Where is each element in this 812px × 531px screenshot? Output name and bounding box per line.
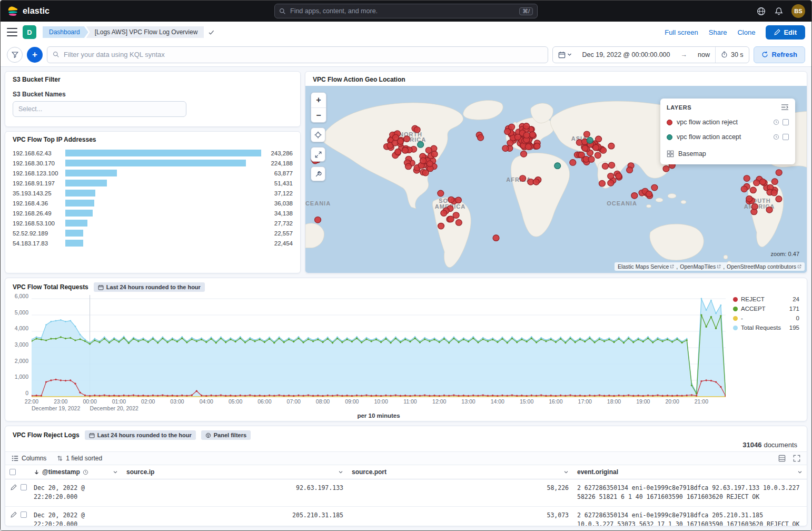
sort-fields-button[interactable]: 1 field sorted xyxy=(57,455,102,462)
map-dot-reject[interactable] xyxy=(776,196,782,202)
select-all-checkbox[interactable] xyxy=(9,469,16,475)
map-dot-reject[interactable] xyxy=(427,161,433,167)
layer-item-accept[interactable]: vpc flow action accept xyxy=(660,130,795,144)
map-dot-reject[interactable] xyxy=(425,147,432,153)
space-badge[interactable]: D xyxy=(23,25,36,39)
ip-bar[interactable] xyxy=(65,180,107,186)
legend-item[interactable]: -0 xyxy=(733,315,799,321)
map-dot-reject[interactable] xyxy=(493,235,499,241)
clone-link[interactable]: Clone xyxy=(737,28,755,36)
map-dot-reject[interactable] xyxy=(646,191,652,197)
map-dot-reject[interactable] xyxy=(315,217,321,223)
global-search-input[interactable]: Find apps, content, and more. ⌘/ xyxy=(274,4,538,18)
map-dot-reject[interactable] xyxy=(593,144,599,151)
map-dot-reject[interactable] xyxy=(534,143,540,150)
map-dot-reject[interactable] xyxy=(422,170,429,176)
legend-item[interactable]: REJECT24 xyxy=(733,296,799,302)
share-link[interactable]: Share xyxy=(709,28,727,36)
columns-button[interactable]: Columns xyxy=(12,455,46,462)
map-dot-reject[interactable] xyxy=(521,151,527,158)
attribution-link[interactable]: Elastic Maps Service xyxy=(618,263,674,270)
expand-row-icon[interactable] xyxy=(11,484,17,490)
map-tools-button[interactable] xyxy=(311,166,325,181)
time-range-badge[interactable]: Last 24 hours rounded to the hour xyxy=(94,282,205,292)
map-fit-bounds-button[interactable] xyxy=(311,147,325,162)
time-range-badge[interactable]: Last 24 hours rounded to the hour xyxy=(85,430,196,440)
user-avatar[interactable]: BS xyxy=(791,4,805,18)
map-dot-reject[interactable] xyxy=(627,167,633,173)
map-dot-reject[interactable] xyxy=(609,162,615,169)
alerts-bell-icon[interactable] xyxy=(774,6,784,16)
map-dot-reject[interactable] xyxy=(455,220,462,226)
ip-bar[interactable] xyxy=(65,200,94,206)
map-dot-reject[interactable] xyxy=(599,180,605,186)
map-dot-reject[interactable] xyxy=(608,143,615,149)
grid-display-button[interactable] xyxy=(778,455,786,462)
map-dot-reject[interactable] xyxy=(448,216,454,222)
full-screen-link[interactable]: Full screen xyxy=(665,28,698,36)
map-dot-reject[interactable] xyxy=(616,173,622,179)
expand-row-icon[interactable] xyxy=(11,512,17,518)
map-locate-button[interactable] xyxy=(311,127,325,142)
map-dot-reject[interactable] xyxy=(631,193,638,199)
column-header-event-original[interactable]: event.original xyxy=(573,465,807,479)
row-checkbox[interactable] xyxy=(21,512,27,518)
map-dot-reject[interactable] xyxy=(608,173,614,180)
map-zoom-out-button[interactable]: − xyxy=(311,107,326,122)
map-dot-reject[interactable] xyxy=(523,123,530,130)
map-dot-reject[interactable] xyxy=(663,165,669,172)
map-canvas[interactable]: NORTHAMERICASOUTHAMERICAAFRICAASIAOCEANI… xyxy=(305,86,807,273)
map-dot-reject[interactable] xyxy=(523,132,530,139)
layer-item-reject[interactable]: vpc flow action reject xyxy=(660,115,795,130)
map-dot-reject[interactable] xyxy=(438,190,444,196)
map-dot-reject[interactable] xyxy=(759,179,766,185)
help-globe-icon[interactable] xyxy=(756,6,766,16)
map-dot-reject[interactable] xyxy=(651,184,658,191)
map-dot-reject[interactable] xyxy=(455,197,462,203)
map-dot-reject[interactable] xyxy=(438,223,444,229)
map-dot-reject[interactable] xyxy=(771,179,778,185)
kql-filter-input[interactable] xyxy=(64,51,542,58)
legend-item[interactable]: Total Requests195 xyxy=(733,324,799,331)
map-dot-reject[interactable] xyxy=(744,175,750,182)
map-dot-reject[interactable] xyxy=(750,187,756,193)
menu-button[interactable] xyxy=(7,28,17,36)
column-header-source-port[interactable]: source.port xyxy=(348,465,573,479)
ip-bar[interactable] xyxy=(65,160,246,166)
map-dot-reject[interactable] xyxy=(776,170,782,176)
map-dot-reject[interactable] xyxy=(570,160,576,166)
attribution-link[interactable]: OpenStreetMap contributors xyxy=(727,263,801,270)
layer-checkbox[interactable] xyxy=(783,119,789,125)
column-header-source-ip[interactable]: source.ip xyxy=(122,465,348,479)
elastic-logo[interactable]: elastic xyxy=(7,5,49,17)
map-dot-accept[interactable] xyxy=(554,163,561,169)
map-dot-reject[interactable] xyxy=(404,136,410,142)
map-dot-reject[interactable] xyxy=(441,210,447,217)
map-dot-reject[interactable] xyxy=(453,212,459,219)
calendar-menu-button[interactable] xyxy=(553,47,577,63)
ip-bar[interactable] xyxy=(65,210,93,217)
fullscreen-grid-button[interactable] xyxy=(793,455,800,462)
ip-bar[interactable] xyxy=(65,240,83,247)
map-dot-reject[interactable] xyxy=(392,134,399,141)
date-range-end[interactable]: now xyxy=(692,47,715,63)
map-dot-reject[interactable] xyxy=(582,145,588,152)
ip-bar[interactable] xyxy=(65,190,95,196)
map-dot-reject[interactable] xyxy=(504,129,511,135)
saved-query-filter-button[interactable] xyxy=(7,47,23,63)
row-checkbox[interactable] xyxy=(21,484,27,490)
edit-button[interactable]: Edit xyxy=(766,25,805,40)
map-dot-reject[interactable] xyxy=(602,163,608,170)
map-dot-reject[interactable] xyxy=(596,136,602,142)
map-dot-reject[interactable] xyxy=(771,190,777,196)
map-dot-reject[interactable] xyxy=(529,132,536,138)
map-dot-reject[interactable] xyxy=(741,186,747,192)
map-dot-reject[interactable] xyxy=(420,158,427,164)
refresh-button[interactable]: Refresh xyxy=(754,46,805,63)
map-dot-reject[interactable] xyxy=(448,196,454,203)
map-dot-reject[interactable] xyxy=(502,145,509,152)
map-dot-reject[interactable] xyxy=(578,152,585,158)
panel-filters-badge[interactable]: Panel filters xyxy=(201,430,251,440)
map-dot-reject[interactable] xyxy=(746,196,752,202)
add-filter-button[interactable]: + xyxy=(27,47,43,63)
